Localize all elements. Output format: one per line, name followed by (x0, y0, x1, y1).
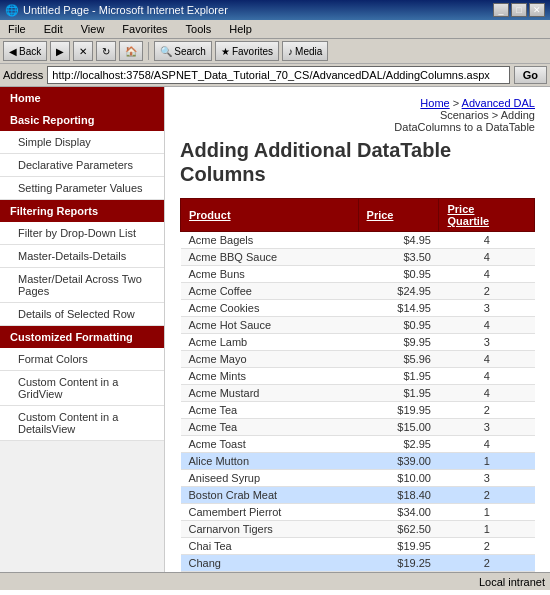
search-button[interactable]: 🔍 Search (154, 41, 212, 61)
table-row[interactable]: Acme Cookies$14.953 (181, 300, 535, 317)
back-button[interactable]: ◀ Back (3, 41, 47, 61)
sidebar-item-filter-dropdown[interactable]: Filter by Drop-Down List (0, 222, 164, 245)
media-button[interactable]: ♪ Media (282, 41, 328, 61)
breadcrumb-home[interactable]: Home (420, 97, 449, 109)
table-row[interactable]: Chang$19.252 (181, 555, 535, 572)
cell-quartile: 2 (439, 402, 535, 419)
address-label: Address (3, 69, 43, 81)
table-row[interactable]: Chartreuse verte$18.002 (181, 572, 535, 573)
sidebar-item-custom-content-gridview[interactable]: Custom Content in a GridView (0, 371, 164, 406)
cell-quartile: 4 (439, 368, 535, 385)
cell-product: Acme Tea (181, 419, 359, 436)
table-row[interactable]: Acme Tea$19.952 (181, 402, 535, 419)
table-row[interactable]: Boston Crab Meat$18.402 (181, 487, 535, 504)
cell-quartile: 1 (439, 504, 535, 521)
breadcrumb-section[interactable]: Advanced DAL (462, 97, 535, 109)
favorites-button[interactable]: ★ Favorites (215, 41, 279, 61)
sidebar-item-simple-display[interactable]: Simple Display (0, 131, 164, 154)
forward-button[interactable]: ▶ (50, 41, 70, 61)
table-row[interactable]: Camembert Pierrot$34.001 (181, 504, 535, 521)
menu-favorites[interactable]: Favorites (117, 21, 172, 37)
sidebar-item-custom-content-detailsview[interactable]: Custom Content in a DetailsView (0, 406, 164, 441)
cell-price: $18.00 (358, 572, 439, 573)
breadcrumb: Home > Advanced DAL Scenarios > Adding D… (180, 97, 535, 133)
media-label: Media (295, 46, 322, 57)
search-icon: 🔍 (160, 46, 172, 57)
cell-product: Acme Hot Sauce (181, 317, 359, 334)
sidebar-header-customized-formatting: Customized Formatting (0, 326, 164, 348)
table-row[interactable]: Acme Coffee$24.952 (181, 283, 535, 300)
sidebar-home[interactable]: Home (0, 87, 164, 109)
cell-price: $14.95 (358, 300, 439, 317)
table-row[interactable]: Acme Hot Sauce$0.954 (181, 317, 535, 334)
table-row[interactable]: Acme Mints$1.954 (181, 368, 535, 385)
cell-quartile: 4 (439, 266, 535, 283)
address-input[interactable] (47, 66, 509, 84)
close-button[interactable]: ✕ (529, 3, 545, 17)
minimize-button[interactable]: _ (493, 3, 509, 17)
cell-price: $0.95 (358, 317, 439, 334)
media-icon: ♪ (288, 46, 293, 57)
status-text: Local intranet (479, 576, 545, 588)
back-label: Back (19, 46, 41, 57)
cell-price: $1.95 (358, 385, 439, 402)
sidebar-item-master-details-details[interactable]: Master-Details-Details (0, 245, 164, 268)
cell-price: $39.00 (358, 453, 439, 470)
table-row[interactable]: Acme Toast$2.954 (181, 436, 535, 453)
table-row[interactable]: Chai Tea$19.952 (181, 538, 535, 555)
cell-quartile: 3 (439, 300, 535, 317)
menu-file[interactable]: File (3, 21, 31, 37)
table-row[interactable]: Carnarvon Tigers$62.501 (181, 521, 535, 538)
cell-quartile: 4 (439, 317, 535, 334)
favorites-label: Favorites (232, 46, 273, 57)
cell-quartile: 4 (439, 385, 535, 402)
cell-price: $19.25 (358, 555, 439, 572)
page-title: Adding Additional DataTable Columns (180, 138, 535, 186)
sidebar-header-basic-reporting: Basic Reporting (0, 109, 164, 131)
browser-icon: 🌐 (5, 4, 19, 17)
cell-price: $24.95 (358, 283, 439, 300)
maximize-button[interactable]: □ (511, 3, 527, 17)
refresh-button[interactable]: ↻ (96, 41, 116, 61)
cell-price: $18.40 (358, 487, 439, 504)
cell-product: Camembert Pierrot (181, 504, 359, 521)
table-row[interactable]: Acme Buns$0.954 (181, 266, 535, 283)
sidebar-item-master-detail-two-pages[interactable]: Master/Detail Across Two Pages (0, 268, 164, 303)
cell-quartile: 3 (439, 419, 535, 436)
sidebar-item-details-selected-row[interactable]: Details of Selected Row (0, 303, 164, 326)
cell-quartile: 4 (439, 436, 535, 453)
cell-price: $0.95 (358, 266, 439, 283)
table-row[interactable]: Acme Bagels$4.954 (181, 232, 535, 249)
table-row[interactable]: Acme Mayo$5.964 (181, 351, 535, 368)
content-area: Home > Advanced DAL Scenarios > Adding D… (165, 87, 550, 572)
table-row[interactable]: Acme Tea$15.003 (181, 419, 535, 436)
home-button[interactable]: 🏠 (119, 41, 143, 61)
sidebar-item-declarative-parameters[interactable]: Declarative Parameters (0, 154, 164, 177)
sidebar-item-setting-parameter-values[interactable]: Setting Parameter Values (0, 177, 164, 200)
table-row[interactable]: Acme Mustard$1.954 (181, 385, 535, 402)
star-icon: ★ (221, 46, 230, 57)
menu-view[interactable]: View (76, 21, 110, 37)
sidebar-item-format-colors[interactable]: Format Colors (0, 348, 164, 371)
cell-product: Boston Crab Meat (181, 487, 359, 504)
col-header-product[interactable]: Product (181, 199, 359, 232)
col-header-quartile[interactable]: PriceQuartile (439, 199, 535, 232)
stop-button[interactable]: ✕ (73, 41, 93, 61)
menu-tools[interactable]: Tools (181, 21, 217, 37)
menu-help[interactable]: Help (224, 21, 257, 37)
table-row[interactable]: Alice Mutton$39.001 (181, 453, 535, 470)
table-row[interactable]: Aniseed Syrup$10.003 (181, 470, 535, 487)
col-header-price[interactable]: Price (358, 199, 439, 232)
menu-edit[interactable]: Edit (39, 21, 68, 37)
cell-quartile: 3 (439, 334, 535, 351)
title-bar-left: 🌐 Untitled Page - Microsoft Internet Exp… (5, 4, 228, 17)
main-layout: Home Basic Reporting Simple Display Decl… (0, 87, 550, 572)
cell-quartile: 2 (439, 487, 535, 504)
table-row[interactable]: Acme BBQ Sauce$3.504 (181, 249, 535, 266)
table-row[interactable]: Acme Lamb$9.953 (181, 334, 535, 351)
title-bar-controls[interactable]: _ □ ✕ (493, 3, 545, 17)
cell-product: Chang (181, 555, 359, 572)
go-button[interactable]: Go (514, 66, 547, 84)
cell-price: $4.95 (358, 232, 439, 249)
cell-product: Acme Lamb (181, 334, 359, 351)
